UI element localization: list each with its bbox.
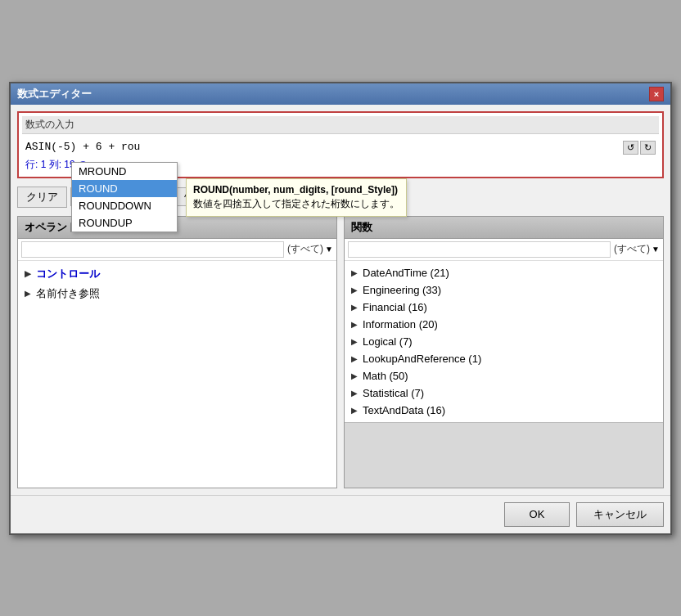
- function-item-0[interactable]: ▶ DateAndTime (21): [345, 264, 663, 281]
- operand-item-label-1: 名前付き参照: [36, 286, 100, 301]
- redo-button[interactable]: ↻: [640, 141, 656, 155]
- function-filter-dropdown[interactable]: (すべて) ▼: [614, 242, 660, 256]
- function-filter-row: (すべて) ▼: [345, 239, 663, 261]
- function-header-label: 関数: [351, 220, 372, 235]
- func-arrow-icon-7: ▶: [351, 389, 358, 398]
- function-item-label-6: Math (50): [363, 370, 408, 382]
- function-panel: 関数 (すべて) ▼ ▶ DateAndTime (21) ▶: [344, 216, 664, 488]
- formula-input-row: ↺ ↻ MROUND ROUND ROUNDDOWN ROUNDUP ROUND…: [22, 137, 659, 156]
- cancel-button[interactable]: キャンセル: [576, 502, 664, 527]
- func-arrow-icon-0: ▶: [351, 268, 358, 277]
- function-item-label-5: LookupAndReference (1): [363, 353, 481, 365]
- dialog-footer: OK キャンセル: [11, 495, 670, 533]
- operand-panel: オペランド (すべて) ▼ ▶ コントロール ▶ 名: [17, 216, 337, 488]
- operand-arrow-icon-1: ▶: [25, 289, 31, 298]
- function-tooltip: ROUND(number, num_digits, [round_Style])…: [186, 178, 407, 217]
- clear-button[interactable]: クリア: [17, 187, 67, 208]
- function-item-1[interactable]: ▶ Engineering (33): [345, 281, 663, 299]
- operand-item-label-0: コントロール: [36, 267, 100, 281]
- function-panel-header: 関数: [345, 217, 663, 239]
- operand-list: ▶ コントロール ▶ 名前付き参照: [18, 261, 336, 488]
- function-item-label-2: Financial (16): [363, 301, 427, 313]
- formula-input[interactable]: [22, 137, 659, 156]
- operand-dropdown-arrow-icon: ▼: [325, 245, 333, 254]
- operand-arrow-icon-0: ▶: [25, 269, 31, 278]
- func-arrow-icon-3: ▶: [351, 320, 358, 329]
- function-item-label-1: Engineering (33): [363, 284, 441, 296]
- function-item-label-7: Statistical (7): [363, 387, 424, 399]
- close-button[interactable]: ×: [649, 87, 664, 101]
- func-arrow-icon-8: ▶: [351, 406, 358, 415]
- function-item-6[interactable]: ▶ Math (50): [345, 367, 663, 384]
- operand-search-input[interactable]: [21, 241, 284, 258]
- autocomplete-item-rounddown[interactable]: ROUNDDOWN: [72, 197, 177, 214]
- function-item-label-8: TextAndData (16): [363, 404, 445, 416]
- function-item-4[interactable]: ▶ Logical (7): [345, 333, 663, 350]
- formula-section-label: 数式の入力: [22, 116, 659, 134]
- ok-button[interactable]: OK: [504, 502, 570, 527]
- autocomplete-item-round[interactable]: ROUND: [72, 180, 177, 197]
- tooltip-signature: ROUND(number, num_digits, [round_Style]): [193, 184, 399, 196]
- formula-section: 数式の入力 ↺ ↻ MROUND ROUND ROUNDDOWN ROUNDUP…: [17, 111, 664, 178]
- operand-header-label: オペランド: [25, 220, 78, 235]
- operand-filter-row: (すべて) ▼: [18, 239, 336, 261]
- function-detail-area: [345, 422, 663, 488]
- function-dropdown-arrow-icon: ▼: [652, 245, 660, 254]
- function-item-label-0: DateAndTime (21): [363, 267, 449, 279]
- func-arrow-icon-5: ▶: [351, 354, 358, 363]
- operand-item-control[interactable]: ▶ コントロール: [18, 264, 336, 284]
- function-item-label-3: Information (20): [363, 318, 438, 330]
- function-item-label-4: Logical (7): [363, 335, 413, 348]
- undo-button[interactable]: ↺: [623, 141, 638, 155]
- function-list: ▶ DateAndTime (21) ▶ Engineering (33) ▶ …: [345, 261, 663, 422]
- autocomplete-dropdown: MROUND ROUND ROUNDDOWN ROUNDUP: [71, 162, 178, 232]
- tooltip-description: 数値を四捨五入して指定された桁数にします。: [193, 197, 399, 211]
- function-item-2[interactable]: ▶ Financial (16): [345, 299, 663, 316]
- operand-filter-label: (すべて): [287, 242, 323, 256]
- function-search-input[interactable]: [348, 241, 611, 258]
- autocomplete-item-roundup[interactable]: ROUNDUP: [72, 214, 177, 232]
- title-bar: 数式エディター ×: [11, 83, 670, 105]
- operand-item-named-ref[interactable]: ▶ 名前付き参照: [18, 284, 336, 304]
- panels-row: オペランド (すべて) ▼ ▶ コントロール ▶ 名: [17, 216, 664, 488]
- func-arrow-icon-4: ▶: [351, 337, 358, 346]
- operand-filter-dropdown[interactable]: (すべて) ▼: [287, 242, 333, 256]
- dialog-window: 数式エディター × 数式の入力 ↺ ↻ MROUND ROUND ROUNDDO…: [9, 82, 672, 535]
- function-item-5[interactable]: ▶ LookupAndReference (1): [345, 350, 663, 367]
- title-bar-text: 数式エディター: [17, 87, 92, 101]
- function-item-8[interactable]: ▶ TextAndData (16): [345, 402, 663, 419]
- undo-redo-group: ↺ ↻: [623, 141, 656, 155]
- func-arrow-icon-6: ▶: [351, 371, 358, 380]
- autocomplete-item-mround[interactable]: MROUND: [72, 163, 177, 180]
- dialog-body: 数式の入力 ↺ ↻ MROUND ROUND ROUNDDOWN ROUNDUP…: [11, 105, 670, 495]
- function-item-3[interactable]: ▶ Information (20): [345, 316, 663, 333]
- func-arrow-icon-1: ▶: [351, 286, 358, 295]
- function-item-7[interactable]: ▶ Statistical (7): [345, 384, 663, 402]
- func-arrow-icon-2: ▶: [351, 303, 358, 312]
- function-filter-label: (すべて): [614, 242, 650, 256]
